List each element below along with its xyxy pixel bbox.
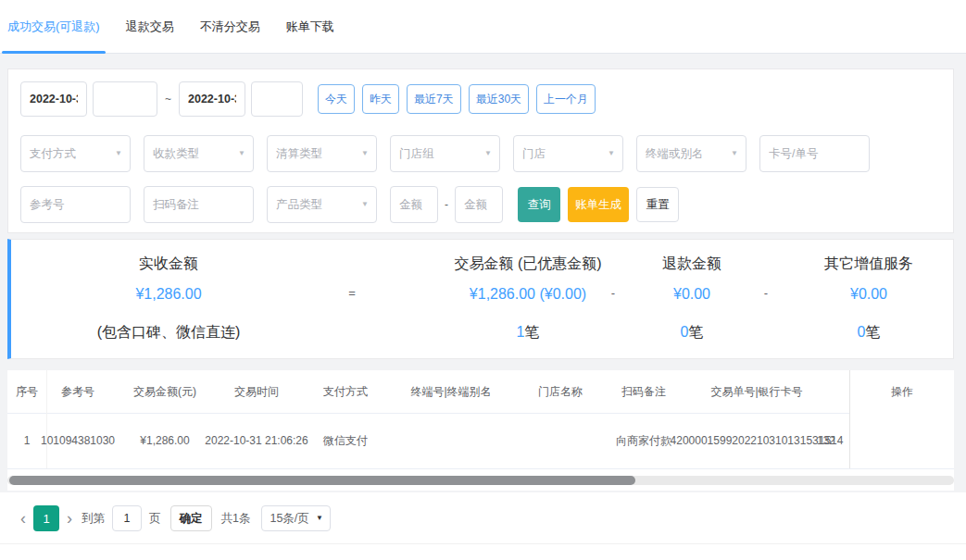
goto-page-prefix: 到第 bbox=[82, 511, 105, 527]
trade-discount-number: (¥0.00) bbox=[539, 286, 586, 302]
terminal-alias-select[interactable]: 终端或别名 ▼ bbox=[636, 135, 746, 172]
prev-page-icon[interactable]: ‹ bbox=[15, 505, 31, 531]
trade-amount-value: ¥1,286.00 (¥0.00) bbox=[470, 286, 586, 303]
transactions-page: 成功交易(可退款) 退款交易 不清分交易 账单下载 ~ 今天 昨天 最近7天 最… bbox=[0, 0, 966, 560]
pagination-bar: ‹ 1 › 到第 页 确定 共1条 15条/页 ▼ bbox=[0, 492, 966, 544]
refund-count: 0笔 bbox=[681, 323, 704, 342]
col-header-seq: 序号 bbox=[16, 370, 38, 413]
settlement-type-select[interactable]: 清算类型 ▼ bbox=[267, 135, 377, 172]
other-services-count-unit: 笔 bbox=[865, 324, 880, 340]
trade-count: 1笔 bbox=[517, 323, 540, 342]
date-range-separator: ~ bbox=[165, 93, 171, 106]
refund-count-unit: 笔 bbox=[688, 324, 703, 340]
operation-fixed-column: 操作 bbox=[849, 370, 954, 468]
summary-panel: 实收金额 ¥1,286.00 (包含口碑、微信直连) = 交易金额 (已优惠金额… bbox=[7, 239, 954, 359]
goto-page-input[interactable] bbox=[112, 505, 142, 531]
horizontal-scrollbar-track[interactable] bbox=[7, 476, 954, 485]
time-to-input[interactable] bbox=[251, 81, 303, 117]
received-amount-label: 实收金额 bbox=[139, 255, 198, 274]
quick-last7days-button[interactable]: 最近7天 bbox=[407, 84, 461, 114]
date-from-input[interactable] bbox=[20, 81, 87, 117]
cell-pay-method: 微信支付 bbox=[323, 413, 368, 468]
store-select[interactable]: 门店 ▼ bbox=[513, 135, 623, 172]
confirm-button[interactable]: 确定 bbox=[170, 505, 212, 531]
page-size-select[interactable]: 15条/页 ▼ bbox=[261, 505, 330, 531]
trade-count-number: 1 bbox=[517, 324, 525, 340]
settlement-type-select-label: 清算类型 bbox=[276, 147, 322, 160]
pay-method-select-label: 支付方式 bbox=[30, 147, 76, 160]
chevron-down-icon: ▼ bbox=[731, 136, 738, 171]
row-divider bbox=[7, 468, 954, 469]
other-services-number: ¥0.00 bbox=[850, 286, 887, 302]
tab-unsettled-transactions[interactable]: 不清分交易 bbox=[200, 0, 260, 53]
collection-type-select[interactable]: 收款类型 ▼ bbox=[144, 135, 254, 172]
equals-operator: = bbox=[348, 286, 356, 300]
query-button[interactable]: 查询 bbox=[518, 187, 560, 222]
content-area: ~ 今天 昨天 最近7天 最近30天 上一个月 支付方式 ▼ 收款类型 ▼ bbox=[0, 54, 966, 492]
tab-refund-transactions[interactable]: 退款交易 bbox=[126, 0, 174, 53]
chevron-down-icon: ▼ bbox=[361, 136, 369, 171]
other-services-count-number: 0 bbox=[858, 324, 866, 340]
product-type-select[interactable]: 产品类型 ▼ bbox=[267, 186, 377, 223]
goto-page-suffix: 页 bbox=[149, 511, 161, 527]
minus-operator: - bbox=[764, 286, 768, 300]
store-select-label: 门店 bbox=[522, 147, 546, 160]
chevron-down-icon: ▼ bbox=[316, 506, 323, 530]
tab-success-refundable[interactable]: 成功交易(可退款) bbox=[7, 0, 100, 53]
chevron-down-icon: ▼ bbox=[238, 136, 245, 171]
page-size-label: 15条/页 bbox=[270, 512, 308, 525]
col-header-store: 门店名称 bbox=[538, 370, 583, 413]
pay-method-select[interactable]: 支付方式 ▼ bbox=[20, 135, 131, 172]
select-filter-row: 支付方式 ▼ 收款类型 ▼ 清算类型 ▼ 门店组 ▼ 门店 ▼ bbox=[8, 135, 953, 172]
tab-bar: 成功交易(可退款) 退款交易 不清分交易 账单下载 bbox=[0, 0, 966, 54]
store-group-select-label: 门店组 bbox=[399, 147, 434, 160]
reference-no-input[interactable] bbox=[20, 186, 131, 223]
received-amount-value: ¥1,286.00 bbox=[135, 286, 201, 303]
col-header-ref-no: 参考号 bbox=[61, 370, 94, 413]
chevron-down-icon: ▼ bbox=[115, 136, 122, 171]
refund-count-number: 0 bbox=[681, 324, 689, 340]
quick-last30days-button[interactable]: 最近30天 bbox=[469, 84, 529, 114]
time-from-input[interactable] bbox=[93, 81, 157, 117]
bill-generate-button[interactable]: 账单生成 bbox=[568, 187, 629, 222]
chevron-down-icon: ▼ bbox=[608, 136, 615, 171]
quick-lastmonth-button[interactable]: 上一个月 bbox=[536, 84, 596, 114]
quick-today-button[interactable]: 今天 bbox=[318, 84, 355, 114]
transactions-table: 序号 参考号 交易金额(元) 交易时间 支付方式 终端号|终端别名 门店名称 扫… bbox=[7, 370, 954, 491]
store-group-select[interactable]: 门店组 ▼ bbox=[390, 135, 500, 172]
cell-seq: 1 bbox=[24, 413, 31, 468]
horizontal-scrollbar-thumb[interactable] bbox=[9, 476, 635, 485]
collection-type-select-label: 收款类型 bbox=[153, 147, 199, 160]
next-page-icon[interactable]: › bbox=[61, 505, 78, 531]
col-header-trade-no: 交易单号|银行卡号 bbox=[710, 370, 802, 413]
chevron-down-icon: ▼ bbox=[361, 187, 369, 222]
refund-amount-number: ¥0.00 bbox=[673, 286, 710, 302]
page-1-button[interactable]: 1 bbox=[33, 505, 59, 531]
date-to-input[interactable] bbox=[179, 81, 245, 117]
minus-operator: - bbox=[611, 286, 615, 300]
bottom-divider bbox=[0, 543, 966, 544]
total-count-label: 共1条 bbox=[221, 511, 251, 527]
col-header-operation: 操作 bbox=[850, 370, 954, 413]
other-services-value: ¥0.00 bbox=[850, 286, 887, 303]
cell-amount: ¥1,286.00 bbox=[140, 413, 189, 468]
cell-ref-no: 101094381030 bbox=[41, 413, 115, 468]
col-header-amount: 交易金额(元) bbox=[133, 370, 196, 413]
quick-yesterday-button[interactable]: 昨天 bbox=[362, 84, 399, 114]
amount-min-input[interactable] bbox=[390, 186, 438, 223]
terminal-alias-select-label: 终端或别名 bbox=[646, 147, 704, 160]
reset-button[interactable]: 重置 bbox=[636, 187, 679, 222]
received-amount-number: ¥1,286.00 bbox=[135, 286, 201, 302]
other-services-count: 0笔 bbox=[858, 323, 881, 342]
refund-amount-label: 退款金额 bbox=[662, 255, 721, 274]
col-header-terminal: 终端号|终端别名 bbox=[410, 370, 491, 413]
amount-max-input[interactable] bbox=[455, 186, 503, 223]
card-no-input[interactable] bbox=[759, 135, 870, 172]
received-amount-note: (包含口碑、微信直连) bbox=[97, 323, 241, 342]
trade-amount-number: ¥1,286.00 bbox=[470, 286, 535, 302]
cell-clipped-column: 132 bbox=[817, 413, 835, 468]
date-filter-row: ~ 今天 昨天 最近7天 最近30天 上一个月 bbox=[8, 81, 953, 117]
other-services-label: 其它增值服务 bbox=[824, 255, 913, 274]
tab-bill-download[interactable]: 账单下载 bbox=[286, 0, 334, 53]
scan-remark-input[interactable] bbox=[144, 186, 254, 223]
